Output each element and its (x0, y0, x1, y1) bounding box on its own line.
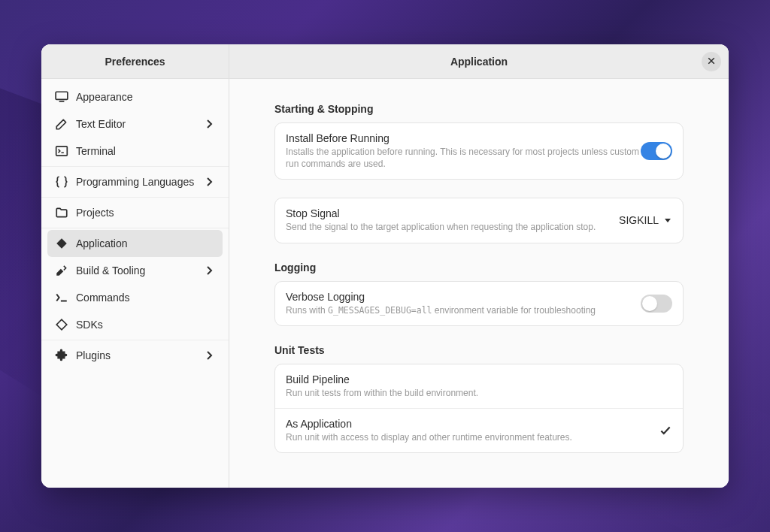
preferences-window: Preferences Appearance Text Editor (41, 44, 729, 488)
puzzle-icon (55, 349, 68, 362)
row-verbose-logging[interactable]: Verbose Logging Runs with G_MESSAGES_DEB… (275, 282, 683, 326)
sidebar-item-projects[interactable]: Projects (47, 199, 223, 226)
sidebar-item-commands[interactable]: Commands (47, 284, 223, 311)
row-stop-signal-group: Stop Signal Send the signal to the targe… (274, 198, 684, 243)
triangle-down-icon (663, 216, 672, 225)
section-title-logging: Logging (274, 261, 684, 274)
terminal-icon (55, 144, 68, 158)
sidebar-item-text-editor[interactable]: Text Editor (47, 110, 223, 138)
sidebar-list: Appearance Text Editor Terminal (41, 79, 229, 488)
tools-icon (55, 264, 68, 277)
close-icon (707, 55, 716, 68)
row-as-application[interactable]: As Application Run unit with access to d… (275, 409, 683, 452)
row-title: Install Before Running (286, 132, 641, 144)
sidebar-item-label: Programming Languages (76, 176, 203, 188)
sidebar-item-label: Terminal (76, 145, 215, 157)
verbose-logging-toggle[interactable] (641, 295, 672, 313)
chevron-right-icon (203, 118, 215, 130)
sidebar-item-plugins[interactable]: Plugins (47, 342, 223, 369)
row-desc: Installs the application before running.… (286, 146, 641, 170)
prompt-icon (55, 291, 68, 304)
row-desc: Run unit tests from within the build env… (286, 387, 672, 399)
chevron-right-icon (203, 349, 215, 361)
sidebar-item-sdks[interactable]: SDKs (47, 311, 223, 338)
sidebar-item-appearance[interactable]: Appearance (47, 83, 223, 110)
pencil-icon (55, 117, 68, 131)
sidebar-title: Preferences (41, 44, 229, 79)
chevron-right-icon (203, 176, 215, 188)
sidebar-item-label: Projects (76, 207, 215, 219)
main-panel: Application Starting & Stopping Install … (229, 44, 729, 488)
sidebar-item-label: Text Editor (76, 118, 203, 130)
sidebar-item-label: SDKs (76, 319, 215, 331)
sidebar-item-application[interactable]: Application (47, 230, 223, 257)
row-desc: Send the signal to the target applicatio… (286, 221, 619, 233)
row-desc: Runs with G_MESSAGES_DEBUG=all environme… (286, 304, 641, 317)
checkmark-icon (659, 424, 672, 437)
page-title: Application (256, 56, 702, 68)
row-install-before-running[interactable]: Install Before Running Installs the appl… (275, 123, 683, 179)
sidebar-item-label: Plugins (76, 349, 203, 361)
sidebar-item-programming-languages[interactable]: Programming Languages (47, 168, 223, 195)
row-title: As Application (286, 418, 659, 430)
main-content: Starting & Stopping Install Before Runni… (229, 79, 729, 488)
sidebar-item-terminal[interactable]: Terminal (47, 138, 223, 165)
row-stop-signal[interactable]: Stop Signal Send the signal to the targe… (275, 198, 683, 242)
unit-tests-group: Build Pipeline Run unit tests from withi… (274, 364, 684, 453)
svg-rect-2 (56, 147, 68, 156)
row-desc: Run unit with access to display and othe… (286, 431, 659, 443)
section-title-starting-stopping: Starting & Stopping (274, 103, 684, 115)
stop-signal-dropdown[interactable]: SIGKILL (619, 214, 672, 226)
row-build-pipeline[interactable]: Build Pipeline Run unit tests from withi… (275, 364, 683, 409)
svg-rect-1 (59, 101, 65, 102)
sidebar-item-label: Appearance (76, 91, 215, 103)
sidebar: Preferences Appearance Text Editor (41, 44, 229, 488)
monitor-icon (55, 90, 68, 104)
row-title: Verbose Logging (286, 291, 641, 303)
sidebar-item-label: Commands (76, 292, 215, 304)
row-title: Stop Signal (286, 207, 619, 219)
svg-rect-0 (56, 92, 68, 99)
sidebar-item-build-tooling[interactable]: Build & Tooling (47, 257, 223, 284)
row-install-before-running-group: Install Before Running Installs the appl… (274, 122, 684, 180)
row-title: Build Pipeline (286, 373, 672, 385)
install-before-running-toggle[interactable] (641, 142, 672, 160)
dropdown-value: SIGKILL (619, 214, 659, 226)
folder-icon (55, 206, 68, 219)
sidebar-item-label: Application (76, 237, 215, 249)
close-button[interactable] (702, 52, 721, 71)
diamond-icon (55, 237, 68, 250)
sidebar-item-label: Build & Tooling (76, 264, 203, 277)
diamond-outline-icon (55, 318, 68, 331)
section-title-unit-tests: Unit Tests (274, 344, 684, 356)
row-verbose-logging-group: Verbose Logging Runs with G_MESSAGES_DEB… (274, 281, 684, 327)
chevron-right-icon (203, 264, 215, 277)
braces-icon (55, 175, 68, 189)
main-header: Application (229, 44, 729, 79)
